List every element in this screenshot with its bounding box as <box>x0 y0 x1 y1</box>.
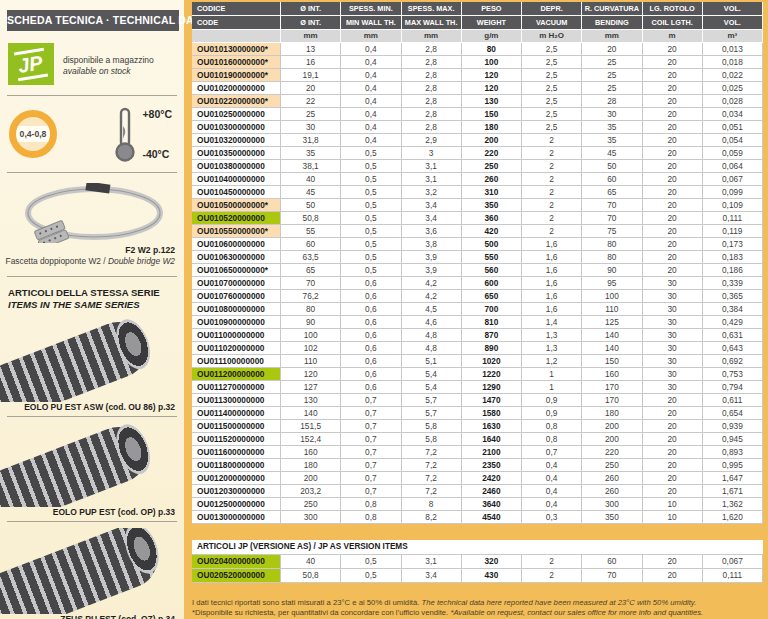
value-cell: 0,4 <box>522 485 582 498</box>
value-cell: 60 <box>281 238 341 251</box>
value-cell: 0,7 <box>341 420 401 433</box>
code-cell: OU011270000000 <box>192 381 281 394</box>
unit-cell: g/m <box>462 30 522 43</box>
value-cell: 20 <box>643 108 703 121</box>
value-cell: 150 <box>582 355 642 368</box>
value-cell: 1 <box>522 381 582 394</box>
value-cell: 4,2 <box>402 277 462 290</box>
value-cell: 0,4 <box>341 108 401 121</box>
code-cell: OU010130000000* <box>192 43 281 56</box>
value-cell: 40 <box>281 173 341 186</box>
value-cell: 500 <box>462 238 522 251</box>
value-cell: 3,4 <box>402 212 462 225</box>
code-cell: OU020400000000 <box>192 555 281 569</box>
value-cell: 30 <box>643 342 703 355</box>
value-cell: 350 <box>582 511 642 524</box>
value-cell: 63,5 <box>281 251 341 264</box>
code-cell: OU011200000000 <box>192 368 281 381</box>
value-cell: 30 <box>643 368 703 381</box>
value-cell: 0,692 <box>703 355 763 368</box>
value-cell: 650 <box>462 290 522 303</box>
value-cell: 0,054 <box>703 134 763 147</box>
value-cell: 3,8 <box>402 238 462 251</box>
value-cell: 0,186 <box>703 264 763 277</box>
value-cell: 200 <box>281 472 341 485</box>
value-cell: 250 <box>281 498 341 511</box>
value-cell: 160 <box>582 368 642 381</box>
code-cell: OU010800000000 <box>192 303 281 316</box>
clamp-code: F2 W2 p.122 <box>0 245 175 255</box>
value-cell: 35 <box>582 121 642 134</box>
value-cell: 152,4 <box>281 433 341 446</box>
value-cell: 0,5 <box>341 569 401 583</box>
value-cell: 180 <box>582 407 642 420</box>
related-item-label: ZEUS PU EST (cod. OZ) p.34 <box>0 614 175 619</box>
footnote-1-it: I dati tecnici riportati sono stati misu… <box>192 598 422 607</box>
value-cell: 2,8 <box>402 95 462 108</box>
value-cell: 2,8 <box>402 82 462 95</box>
value-cell: 250 <box>582 459 642 472</box>
column-header: LG. ROTOLO <box>643 2 703 16</box>
value-cell: 1290 <box>462 381 522 394</box>
jp-logo-text: JP <box>14 47 49 80</box>
value-cell: 2,8 <box>402 121 462 134</box>
code-cell: OU010520000000 <box>192 212 281 225</box>
column-subheader: Ø INT. <box>281 16 341 30</box>
as-spec-table: OU020400000000400,53,1320260200,067OU020… <box>192 555 763 583</box>
value-cell: 120 <box>281 368 341 381</box>
value-cell: 3,9 <box>402 264 462 277</box>
related-hose-image <box>0 423 184 507</box>
column-subheader: MIN WALL TH. <box>341 16 401 30</box>
value-cell: 0,099 <box>703 186 763 199</box>
column-subheader: BENDING <box>582 16 642 30</box>
column-header: DEPR. <box>522 2 582 16</box>
value-cell: 260 <box>582 485 642 498</box>
value-cell: 0,4 <box>341 69 401 82</box>
value-cell: 80 <box>462 43 522 56</box>
value-cell: 0,7 <box>341 459 401 472</box>
code-cell: OU012030000000 <box>192 485 281 498</box>
value-cell: 810 <box>462 316 522 329</box>
value-cell: 90 <box>281 316 341 329</box>
code-cell: OU011300000000 <box>192 394 281 407</box>
value-cell: 2420 <box>462 472 522 485</box>
value-cell: 0,995 <box>703 459 763 472</box>
value-cell: 0,8 <box>522 420 582 433</box>
value-cell: 0,893 <box>703 446 763 459</box>
code-cell: OU010700000000 <box>192 277 281 290</box>
value-cell: 10 <box>643 498 703 511</box>
value-cell: 130 <box>462 95 522 108</box>
hose-illustration <box>0 528 165 614</box>
value-cell: 0,611 <box>703 394 763 407</box>
value-cell: 7,2 <box>402 472 462 485</box>
value-cell: 3,1 <box>402 173 462 186</box>
as-section-title: ARTICOLI JP (VERSIONE AS) / JP AS VERSIO… <box>192 540 763 555</box>
value-cell: 45 <box>281 186 341 199</box>
value-cell: 20 <box>643 43 703 56</box>
value-cell: 45 <box>582 147 642 160</box>
page-title: SCHEDA TECNICA · TECHNICAL DATA <box>7 10 179 31</box>
value-cell: 70 <box>582 569 642 583</box>
value-cell: 0,5 <box>341 251 401 264</box>
stock-label-en: available on stock <box>63 66 154 77</box>
code-cell: OU010630000000 <box>192 251 281 264</box>
value-cell: 2,8 <box>402 69 462 82</box>
value-cell: 80 <box>582 238 642 251</box>
unit-cell: mm <box>582 30 642 43</box>
value-cell: 0,7 <box>341 472 401 485</box>
value-cell: 0,022 <box>703 69 763 82</box>
column-header: SPESS. MIN. <box>341 2 401 16</box>
value-cell: 0,7 <box>341 485 401 498</box>
value-cell: 3 <box>402 147 462 160</box>
value-cell: 890 <box>462 342 522 355</box>
value-cell: 30 <box>643 355 703 368</box>
value-cell: 0,5 <box>341 160 401 173</box>
pressure-badge: 0,4-0,8 <box>9 110 57 158</box>
unit-cell: m³ <box>703 30 763 43</box>
value-cell: 4,6 <box>402 316 462 329</box>
value-cell: 170 <box>582 381 642 394</box>
value-cell: 320 <box>462 555 522 569</box>
column-header: Ø INT. <box>281 2 341 16</box>
value-cell: 0,794 <box>703 381 763 394</box>
value-cell: 30 <box>643 290 703 303</box>
